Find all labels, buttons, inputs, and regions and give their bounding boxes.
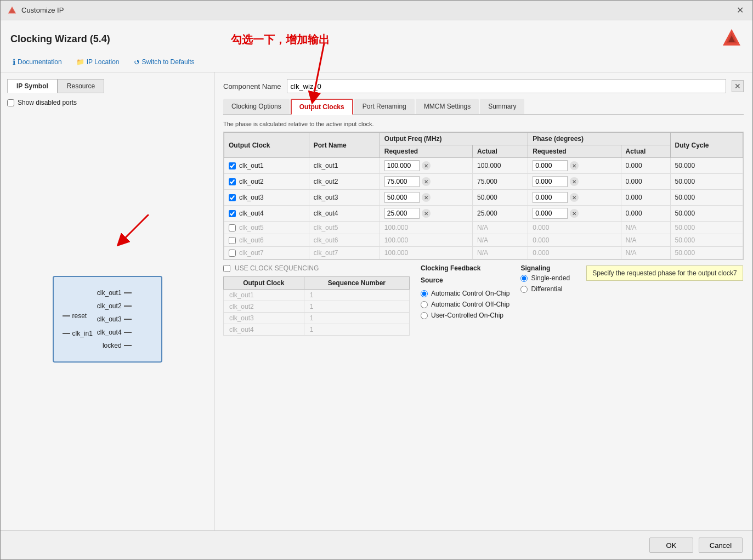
source-radio-group: Source Automatic Control On-Chip Automat… bbox=[421, 276, 509, 319]
table-row: clk_out1clk_out1✕100.000✕0.00050.000 bbox=[224, 158, 743, 174]
window-title: Customize IP bbox=[21, 6, 734, 14]
row-checkbox-5[interactable] bbox=[229, 237, 236, 244]
ok-button[interactable]: OK bbox=[649, 538, 693, 553]
tab-summary[interactable]: Summary bbox=[480, 99, 524, 114]
table-row: clk_out2clk_out2✕75.000✕0.00050.000 bbox=[224, 174, 743, 190]
vivado-logo bbox=[721, 28, 743, 50]
table-row: clk_out6clk_out6100.000N/A0.000N/A50.000 bbox=[224, 234, 743, 247]
source-user-on-chip[interactable]: User-Controlled On-Chip bbox=[421, 312, 509, 319]
clock-feedback-label: Clocking Feedback bbox=[421, 264, 509, 272]
tab-clocking-options[interactable]: Clocking Options bbox=[223, 99, 290, 114]
sig-differential[interactable]: Differential bbox=[520, 285, 570, 293]
svg-line-6 bbox=[121, 214, 149, 242]
sig-single-ended[interactable]: Single-ended bbox=[520, 274, 570, 282]
row-checkbox-4[interactable] bbox=[229, 224, 236, 231]
cancel-button[interactable]: Cancel bbox=[699, 538, 743, 553]
folder-icon: 📁 bbox=[76, 58, 84, 66]
sequence-table: Output Clock Sequence Number clk_out11cl… bbox=[223, 276, 410, 336]
table-row: clk_out7clk_out7100.000N/A0.000N/A50.000 bbox=[224, 247, 743, 259]
col-output-freq-group: Output Freq (MHz) bbox=[380, 133, 528, 145]
show-disabled-checkbox[interactable] bbox=[7, 99, 14, 106]
seq-table-row: clk_out21 bbox=[224, 301, 410, 313]
port-clk-in1: clk_in1 bbox=[63, 330, 93, 337]
left-arrow bbox=[116, 214, 160, 258]
col-output-clock: Output Clock bbox=[224, 133, 309, 158]
port-clk-out1: clk_out1 bbox=[97, 289, 132, 297]
row-checkbox-0[interactable] bbox=[229, 162, 236, 169]
vivado-small-icon bbox=[7, 5, 17, 15]
use-seq-label: USE CLOCK SEQUENCING bbox=[235, 264, 319, 272]
component-name-clear[interactable]: ✕ bbox=[732, 80, 744, 92]
row-checkbox-6[interactable] bbox=[229, 250, 236, 257]
tab-output-clocks[interactable]: Output Clocks bbox=[291, 99, 353, 115]
source-auto-on-chip[interactable]: Automatic Control On-Chip bbox=[421, 290, 509, 297]
col-port-name: Port Name bbox=[309, 133, 380, 158]
col-duty-cycle: Duty Cycle bbox=[670, 133, 743, 158]
source-auto-off-chip[interactable]: Automatic Control Off-Chip bbox=[421, 301, 509, 308]
col-phase-requested: Requested bbox=[528, 145, 621, 158]
phase-tooltip: Specify the requested phase for the outp… bbox=[586, 265, 743, 281]
signaling-label: Signaling bbox=[520, 264, 570, 272]
seq-col-number: Sequence Number bbox=[304, 277, 409, 290]
seq-col-clock: Output Clock bbox=[224, 277, 304, 290]
row-checkbox-3[interactable] bbox=[229, 210, 236, 217]
signaling-radio-group: Single-ended Differential bbox=[520, 274, 570, 293]
switch-defaults-button[interactable]: ↺ Switch to Defaults bbox=[132, 57, 197, 67]
component-name-input[interactable] bbox=[287, 79, 727, 93]
source-label: Source bbox=[421, 276, 509, 284]
row-checkbox-1[interactable] bbox=[229, 178, 236, 185]
tab-resource[interactable]: Resource bbox=[58, 79, 104, 93]
use-seq-checkbox[interactable] bbox=[223, 265, 230, 272]
phase-info: The phase is calculated relative to the … bbox=[223, 120, 744, 128]
tab-ip-symbol[interactable]: IP Symbol bbox=[7, 79, 58, 93]
row-checkbox-2[interactable] bbox=[229, 194, 236, 201]
col-phase-group: Phase (degrees) bbox=[528, 133, 670, 145]
show-disabled-label: Show disabled ports bbox=[18, 99, 77, 106]
close-button[interactable]: ✕ bbox=[734, 4, 746, 16]
app-title: Clocking Wizard (5.4) bbox=[10, 33, 110, 45]
seq-table-row: clk_out31 bbox=[224, 313, 410, 324]
port-clk-out2: clk_out2 bbox=[97, 302, 132, 310]
port-clk-out4: clk_out4 bbox=[97, 329, 132, 336]
table-row: clk_out4clk_out4✕25.000✕0.00050.000 bbox=[224, 206, 743, 222]
col-freq-requested: Requested bbox=[380, 145, 472, 158]
tab-port-renaming[interactable]: Port Renaming bbox=[354, 99, 415, 114]
table-row: clk_out3clk_out3✕50.000✕0.00050.000 bbox=[224, 190, 743, 206]
ip-location-button[interactable]: 📁 IP Location bbox=[74, 57, 122, 67]
output-clocks-table: Output Clock Port Name Output Freq (MHz)… bbox=[224, 132, 743, 259]
documentation-button[interactable]: ℹ Documentation bbox=[10, 56, 64, 67]
seq-table-row: clk_out41 bbox=[224, 324, 410, 336]
port-reset: reset bbox=[63, 312, 93, 320]
component-name-label: Component Name bbox=[223, 82, 281, 90]
port-clk-out3: clk_out3 bbox=[97, 315, 132, 323]
tab-mmcm-settings[interactable]: MMCM Settings bbox=[416, 99, 479, 114]
info-icon: ℹ bbox=[13, 58, 15, 66]
port-locked: locked bbox=[103, 342, 132, 349]
ip-symbol-block: reset clk_in1 clk_out1 bbox=[53, 276, 162, 363]
col-phase-actual: Actual bbox=[621, 145, 670, 158]
seq-table-row: clk_out11 bbox=[224, 290, 410, 301]
refresh-icon: ↺ bbox=[134, 58, 140, 66]
table-row: clk_out5clk_out5100.000N/A0.000N/A50.000 bbox=[224, 222, 743, 234]
col-freq-actual: Actual bbox=[473, 145, 528, 158]
